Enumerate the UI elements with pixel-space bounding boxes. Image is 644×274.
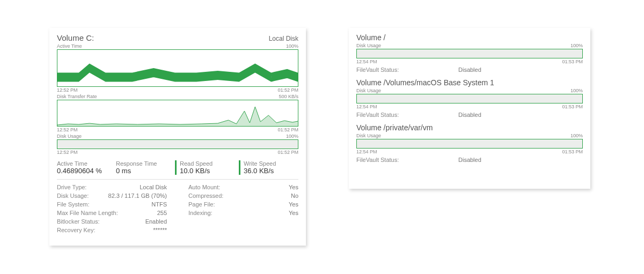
metric-read-speed-label: Read Speed	[180, 160, 228, 167]
metric-write-speed: Write Speed 36.0 KB/s	[239, 160, 292, 175]
usage-tend: 01:53 PM	[562, 104, 583, 109]
prop-label: Max File Name Length:	[57, 209, 118, 217]
filevault-label: FileVault Status:	[356, 112, 458, 118]
metric-write-speed-label: Write Speed	[244, 160, 292, 167]
prop-value: 82.3 / 117.1 GB (70%)	[108, 191, 167, 200]
properties-col-left: Drive Type: Local Disk Disk Usage: 82.3 …	[57, 183, 167, 234]
prop-value: Yes	[289, 183, 298, 191]
prop-auto-mount: Auto Mount: Yes	[188, 183, 298, 191]
usage-tend: 01:53 PM	[562, 59, 583, 64]
usage-ymax: 100%	[570, 43, 583, 48]
filevault-row: FileVault Status: Disabled	[356, 112, 583, 118]
volume-private-var-vm: Volume /private/var/vm Disk Usage 100% 1…	[356, 123, 583, 163]
volume-title: Volume /	[356, 33, 583, 42]
volume-root: Volume / Disk Usage 100% 12:54 PM 01:53 …	[356, 33, 583, 73]
filevault-row: FileVault Status: Disabled	[356, 157, 583, 163]
prop-value: Yes	[289, 209, 298, 217]
prop-bitlocker-status: Bitlocker Status: Enabled	[57, 217, 167, 226]
prop-page-file: Page File: Yes	[188, 200, 298, 209]
volume-header: Volume C: Local Disk	[57, 33, 298, 42]
disk-usage-tstart: 12:52 PM	[57, 150, 78, 155]
metric-read-speed: Read Speed 10.0 KB/s	[175, 160, 228, 175]
prop-value: NTFS	[151, 200, 167, 209]
active-time-chart	[57, 49, 298, 87]
transfer-rate-ymax: 500 KB/s	[279, 94, 298, 99]
prop-value: Enabled	[145, 217, 167, 226]
prop-label: Disk Usage:	[57, 191, 89, 200]
prop-compressed: Compressed: No	[188, 191, 298, 200]
usage-label: Disk Usage	[356, 43, 381, 48]
active-time-label: Active Time	[57, 43, 82, 49]
usage-chart	[356, 49, 583, 58]
prop-value: 255	[157, 209, 167, 217]
prop-value: Yes	[289, 200, 298, 209]
properties-col-right: Auto Mount: Yes Compressed: No Page File…	[188, 183, 298, 234]
usage-tend: 01:53 PM	[562, 149, 583, 154]
usage-chart	[356, 94, 583, 103]
disk-usage-tend: 01:52 PM	[277, 150, 298, 155]
divider	[57, 179, 298, 180]
metric-active-time-label: Active Time	[57, 160, 105, 167]
volume-title: Volume C:	[57, 33, 94, 42]
transfer-rate-label: Disk Transfer Rate	[57, 94, 97, 99]
prop-file-system: File System: NTFS	[57, 200, 167, 209]
filevault-value: Disabled	[458, 66, 481, 73]
filevault-value: Disabled	[458, 112, 481, 118]
filevault-row: FileVault Status: Disabled	[356, 66, 583, 73]
prop-max-filename-length: Max File Name Length: 255	[57, 209, 167, 217]
usage-label: Disk Usage	[356, 133, 381, 138]
prop-recovery-key: Recovery Key: ******	[57, 226, 167, 234]
prop-label: Compressed:	[188, 191, 223, 200]
prop-indexing: Indexing: Yes	[188, 209, 298, 217]
usage-label: Disk Usage	[356, 88, 381, 93]
metric-response-time-value: 0 ms	[116, 167, 164, 175]
prop-drive-type: Drive Type: Local Disk	[57, 183, 167, 191]
usage-tstart: 12:54 PM	[356, 59, 377, 64]
active-time-tstart: 12:52 PM	[57, 87, 78, 93]
filevault-value: Disabled	[458, 157, 481, 163]
usage-ymax: 100%	[570, 133, 583, 138]
transfer-rate-tstart: 12:52 PM	[57, 127, 78, 132]
metric-write-speed-value: 36.0 KB/s	[244, 167, 292, 175]
mac-volumes-panel: Volume / Disk Usage 100% 12:54 PM 01:53 …	[349, 28, 590, 189]
prop-value: ******	[153, 226, 167, 234]
prop-label: Auto Mount:	[188, 183, 220, 191]
disk-usage-chart-block: Disk Usage 100% 12:52 PM 01:52 PM	[57, 134, 298, 155]
usage-tstart: 12:54 PM	[356, 149, 377, 154]
volume-title: Volume /Volumes/macOS Base System 1	[356, 78, 583, 87]
transfer-rate-chart-block: Disk Transfer Rate 500 KB/s 12:52 PM 01:…	[57, 94, 298, 132]
filevault-label: FileVault Status:	[356, 157, 458, 163]
metrics-row: Active Time 0.46890604 % Response Time 0…	[57, 160, 298, 175]
prop-label: Page File:	[188, 200, 215, 209]
metric-active-time-value: 0.46890604 %	[57, 167, 105, 175]
transfer-rate-area-icon	[57, 100, 298, 126]
metric-read-speed-value: 10.0 KB/s	[180, 167, 228, 175]
metric-response-time-label: Response Time	[116, 160, 164, 167]
active-time-chart-block: Active Time 100% 12:52 PM 01:52 PM	[57, 43, 298, 93]
disk-usage-label: Disk Usage	[57, 134, 82, 139]
active-time-ymax: 100%	[286, 43, 298, 49]
prop-value: Local Disk	[140, 183, 167, 191]
usage-chart	[356, 139, 583, 149]
prop-label: Bitlocker Status:	[57, 217, 99, 226]
volume-c-panel: Volume C: Local Disk Active Time 100% 12…	[49, 28, 306, 246]
prop-disk-usage: Disk Usage: 82.3 / 117.1 GB (70%)	[57, 191, 167, 200]
volume-macos-base-system: Volume /Volumes/macOS Base System 1 Disk…	[356, 78, 583, 118]
filevault-label: FileVault Status:	[356, 66, 458, 73]
disk-usage-chart	[57, 139, 298, 149]
usage-tstart: 12:54 PM	[356, 104, 377, 109]
prop-label: File System:	[57, 200, 90, 209]
volume-title: Volume /private/var/vm	[356, 123, 583, 132]
properties: Drive Type: Local Disk Disk Usage: 82.3 …	[57, 183, 298, 234]
usage-ymax: 100%	[570, 88, 583, 93]
transfer-rate-tend: 01:52 PM	[277, 127, 298, 132]
metric-response-time: Response Time 0 ms	[116, 160, 164, 175]
volume-type: Local Disk	[269, 35, 298, 42]
active-time-tend: 01:52 PM	[277, 87, 298, 93]
metric-active-time: Active Time 0.46890604 %	[57, 160, 105, 175]
disk-usage-ymax: 100%	[286, 134, 298, 139]
prop-label: Recovery Key:	[57, 226, 96, 234]
prop-value: No	[291, 191, 298, 200]
prop-label: Indexing:	[188, 209, 213, 217]
transfer-rate-chart	[57, 100, 298, 127]
